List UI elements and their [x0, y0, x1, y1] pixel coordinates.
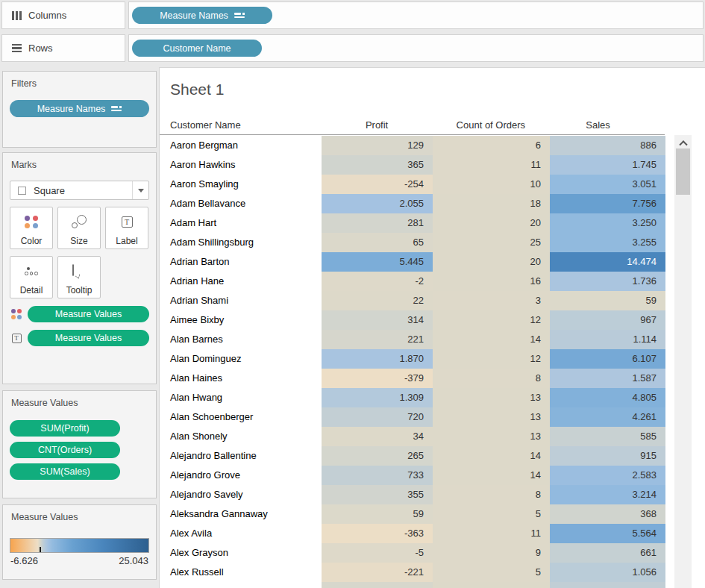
- orders-cell[interactable]: 18: [433, 194, 550, 213]
- sales-cell[interactable]: 3.214: [550, 485, 665, 504]
- column-header-customer-name[interactable]: Customer Name: [160, 117, 322, 134]
- customer-name-cell[interactable]: Aaron Smayling: [160, 175, 322, 194]
- orders-cell[interactable]: 11: [433, 155, 550, 175]
- profit-cell[interactable]: 221: [322, 330, 433, 349]
- customer-name-cell[interactable]: Adrian Hane: [160, 272, 322, 291]
- profit-cell[interactable]: 129: [322, 136, 433, 155]
- orders-cell[interactable]: 11: [433, 524, 550, 543]
- customer-name-cell[interactable]: Adam Shillingsburg: [160, 233, 322, 252]
- customer-name-cell[interactable]: Aaron Bergman: [160, 136, 322, 155]
- customer-name-cell[interactable]: Alejandro Grove: [160, 466, 322, 485]
- sales-cell[interactable]: 3.250: [550, 213, 665, 233]
- pill-cnt-orders[interactable]: CNT(Orders): [10, 442, 120, 458]
- pill-measure-values-label[interactable]: Measure Values: [28, 330, 149, 346]
- sales-cell[interactable]: 967: [550, 310, 665, 330]
- orders-cell[interactable]: 12: [433, 310, 550, 330]
- sales-cell[interactable]: 368: [550, 504, 665, 524]
- profit-cell[interactable]: 355: [322, 485, 433, 504]
- customer-name-cell[interactable]: Alan Barnes: [160, 330, 322, 349]
- sales-cell[interactable]: 3.255: [550, 233, 665, 252]
- customer-name-cell[interactable]: Adam Bellavance: [160, 194, 322, 213]
- orders-cell[interactable]: 13: [433, 407, 550, 427]
- sales-cell[interactable]: 1.736: [550, 272, 665, 291]
- sales-cell[interactable]: 915: [550, 446, 665, 466]
- pill-measure-values-color[interactable]: Measure Values: [28, 306, 149, 322]
- customer-name-cell[interactable]: Alan Dominguez: [160, 349, 322, 369]
- orders-cell[interactable]: 10: [433, 175, 550, 194]
- orders-cell[interactable]: 14: [433, 330, 550, 349]
- sales-cell[interactable]: 4.261: [550, 407, 665, 427]
- orders-cell[interactable]: 5: [433, 504, 550, 524]
- sales-cell[interactable]: 3.051: [550, 175, 665, 194]
- detail-button[interactable]: Detail: [10, 256, 53, 298]
- profit-cell[interactable]: 733: [322, 466, 433, 485]
- profit-cell[interactable]: -2: [322, 272, 433, 291]
- sales-cell[interactable]: 59: [550, 291, 665, 310]
- pill-sum-profit[interactable]: SUM(Profit): [10, 420, 120, 437]
- sales-cell[interactable]: 814: [550, 582, 665, 588]
- orders-cell[interactable]: 16: [433, 272, 550, 291]
- profit-cell[interactable]: 65: [322, 233, 433, 252]
- column-header-count-of-orders[interactable]: Count of Orders: [432, 117, 549, 134]
- sales-cell[interactable]: 6.107: [550, 349, 665, 369]
- orders-cell[interactable]: 8: [433, 485, 550, 504]
- profit-cell[interactable]: -254: [322, 175, 433, 194]
- customer-name-cell[interactable]: Alan Schoenberger: [160, 407, 322, 427]
- sales-cell[interactable]: 661: [550, 543, 665, 563]
- profit-cell[interactable]: 281: [322, 213, 433, 233]
- sales-cell[interactable]: 7.756: [550, 194, 665, 213]
- color-gradient-bar[interactable]: [10, 538, 149, 553]
- profit-cell[interactable]: -221: [322, 563, 433, 582]
- profit-cell[interactable]: 195: [322, 582, 433, 588]
- pill-measure-names-columns[interactable]: Measure Names: [132, 7, 272, 24]
- orders-cell[interactable]: 13: [433, 388, 550, 407]
- sales-cell[interactable]: 4.805: [550, 388, 665, 407]
- profit-cell[interactable]: -5: [322, 543, 433, 563]
- sales-cell[interactable]: 5.564: [550, 524, 665, 543]
- orders-cell[interactable]: 5: [433, 563, 550, 582]
- profit-cell[interactable]: 22: [322, 291, 433, 310]
- profit-cell[interactable]: 2.055: [322, 194, 433, 213]
- vertical-scrollbar[interactable]: [674, 135, 692, 588]
- sales-cell[interactable]: 1.114: [550, 330, 665, 349]
- pill-measure-names-filter[interactable]: Measure Names: [10, 100, 149, 117]
- customer-name-cell[interactable]: Alejandro Savely: [160, 485, 322, 504]
- profit-cell[interactable]: 34: [322, 427, 433, 446]
- orders-cell[interactable]: 25: [433, 233, 550, 252]
- column-header-sales[interactable]: Sales: [549, 117, 665, 134]
- pill-sum-sales[interactable]: SUM(Sales): [10, 463, 120, 480]
- orders-cell[interactable]: 20: [433, 252, 550, 272]
- pill-customer-name[interactable]: Customer Name: [132, 40, 262, 57]
- customer-name-cell[interactable]: Alan Hwang: [160, 388, 322, 407]
- size-button[interactable]: Size: [57, 207, 101, 249]
- customer-name-cell[interactable]: Alex Grayson: [160, 543, 322, 563]
- orders-cell[interactable]: 14: [433, 446, 550, 466]
- scrollbar-up-button[interactable]: [674, 135, 692, 150]
- column-header-profit[interactable]: Profit: [322, 117, 433, 134]
- label-button[interactable]: T Label: [105, 207, 148, 249]
- tooltip-button[interactable]: Tooltip: [57, 256, 101, 298]
- customer-name-cell[interactable]: Adam Hart: [160, 213, 322, 233]
- orders-cell[interactable]: 3: [433, 291, 550, 310]
- color-button[interactable]: Color: [10, 207, 53, 249]
- profit-cell[interactable]: 720: [322, 407, 433, 427]
- rows-shelf-drop-area[interactable]: Customer Name: [128, 34, 704, 62]
- scrollbar-thumb[interactable]: [676, 148, 690, 195]
- orders-cell[interactable]: 8: [433, 369, 550, 388]
- profit-cell[interactable]: 59: [322, 504, 433, 524]
- profit-cell[interactable]: -363: [322, 524, 433, 543]
- orders-cell[interactable]: 9: [433, 543, 550, 563]
- sales-cell[interactable]: 2.583: [550, 466, 665, 485]
- customer-name-cell[interactable]: Aaron Hawkins: [160, 155, 322, 175]
- orders-cell[interactable]: 14: [433, 466, 550, 485]
- orders-cell[interactable]: 12: [433, 349, 550, 369]
- customer-name-cell[interactable]: Alejandro Ballentine: [160, 446, 322, 466]
- sales-cell[interactable]: 1.745: [550, 155, 665, 175]
- orders-cell[interactable]: 12: [433, 582, 550, 588]
- customer-name-cell[interactable]: Aleksandra Gannaway: [160, 504, 322, 524]
- sales-cell[interactable]: 1.056: [550, 563, 665, 582]
- customer-name-cell[interactable]: Alice McCarthy: [160, 582, 322, 588]
- customer-name-cell[interactable]: Alan Haines: [160, 369, 322, 388]
- profit-cell[interactable]: 265: [322, 446, 433, 466]
- sales-cell[interactable]: 886: [550, 136, 665, 155]
